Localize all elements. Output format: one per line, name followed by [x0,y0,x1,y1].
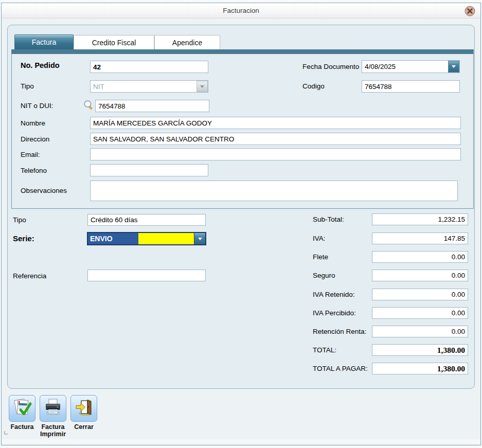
telefono-label: Telefono [21,167,47,174]
factura-action: Factura [7,395,38,431]
iva-percibido-input[interactable] [372,307,468,319]
tab-factura-label: Factura [32,38,56,46]
telefono-input[interactable] [90,164,208,176]
iva-input[interactable] [372,232,468,244]
serie-dropdown-button[interactable] [194,233,205,244]
chevron-down-icon [452,65,456,68]
main-panel: Factura Credito Fiscal Apendice No. Pedi… [7,25,475,389]
tipo-pago-input[interactable] [87,214,206,226]
no-pedido-label: No. Pedido [21,61,60,69]
tab-apendice-label: Apendice [172,39,202,47]
fecha-documento-dropdown-button[interactable] [448,61,459,73]
subtotal-input[interactable] [372,213,468,225]
factura-imprimir-button-label: Factura Imprimir [40,423,66,438]
tipo-documento-label: Tipo [21,82,34,90]
iva-retenido-input[interactable] [372,289,468,300]
codigo-label: Codigo [302,82,325,90]
nit-dui-label: NIT o DUI: [21,102,53,110]
cerrar-button[interactable] [70,395,97,422]
cerrar-action: Cerrar [68,395,99,431]
close-button[interactable] [465,6,475,16]
tipo-documento-input [91,81,197,92]
subtotal-label: Sub-Total: [313,216,344,223]
flete-input[interactable] [372,251,468,263]
iva-percibido-label: IVA Percibido: [313,309,356,317]
tab-credito-fiscal-label: Credito Fiscal [92,39,136,47]
facturacion-window: Facturacion Factura Credito Fiscal Ap [1,3,481,445]
observaciones-textarea[interactable] [90,181,458,201]
nombre-label: Nombre [21,119,45,127]
total-input[interactable] [372,344,468,356]
chevron-down-icon [198,238,202,240]
resize-grip[interactable] [4,431,8,435]
flete-label: Flete [313,253,328,261]
bottom-strip [2,439,480,444]
retencion-renta-label: Retención Renta: [313,328,366,335]
nit-dui-input[interactable] [95,100,209,112]
email-label: Email: [21,151,40,158]
fecha-documento-input[interactable] [362,61,448,73]
serie-label: Serie: [13,234,34,243]
tipo-documento-combo [90,80,208,93]
tipo-pago-label: Tipo [13,216,26,224]
nombre-input[interactable] [90,117,461,129]
retencion-renta-input[interactable] [372,326,468,337]
magnifier-icon [83,104,94,112]
cerrar-button-label: Cerrar [74,423,94,431]
printer-icon [43,398,63,420]
direccion-input[interactable] [90,133,461,145]
email-input[interactable] [90,148,461,160]
total-a-pagar-label: TOTAL A PAGAR: [313,365,368,372]
facturacion-dialog-screen: Facturacion Factura Credito Fiscal Ap [0,0,482,448]
referencia-label: Referencia [13,272,46,280]
tipo-documento-dropdown-button [197,81,208,92]
title-bar: Facturacion [2,3,480,19]
exit-door-icon [74,398,94,420]
tab-credito-fiscal[interactable]: Credito Fiscal [74,35,154,49]
factura-imprimir-button[interactable] [40,395,66,422]
factura-button[interactable] [9,395,35,422]
tab-factura[interactable]: Factura [14,34,74,49]
iva-retenido-label: IVA Retenido: [313,291,355,298]
referencia-input[interactable] [87,270,206,281]
chevron-down-icon [200,85,204,88]
factura-imprimir-action: Factura Imprimir [38,395,68,438]
seguro-label: Seguro [313,272,335,279]
tab-apendice[interactable]: Apendice [154,35,220,49]
serie-highlight-fill [138,233,194,244]
factura-button-label: Factura [10,423,33,431]
codigo-input[interactable] [362,80,460,93]
direccion-label: Direccion [21,135,49,143]
observaciones-label: Observaciones [21,187,67,194]
total-label: TOTAL: [313,346,336,354]
invoice-check-icon [12,398,32,420]
serie-select[interactable]: ENVIO [87,232,206,245]
window-title: Facturacion [2,7,480,14]
total-a-pagar-input[interactable] [372,363,468,374]
fecha-documento-combo[interactable] [362,60,460,73]
fecha-documento-label: Fecha Documento [302,63,359,70]
nit-search-button[interactable] [83,99,94,111]
iva-label: IVA: [313,235,326,242]
seguro-input[interactable] [372,270,468,281]
close-x-icon [465,10,475,18]
no-pedido-input[interactable] [90,61,208,73]
serie-selected-value: ENVIO [88,233,138,244]
